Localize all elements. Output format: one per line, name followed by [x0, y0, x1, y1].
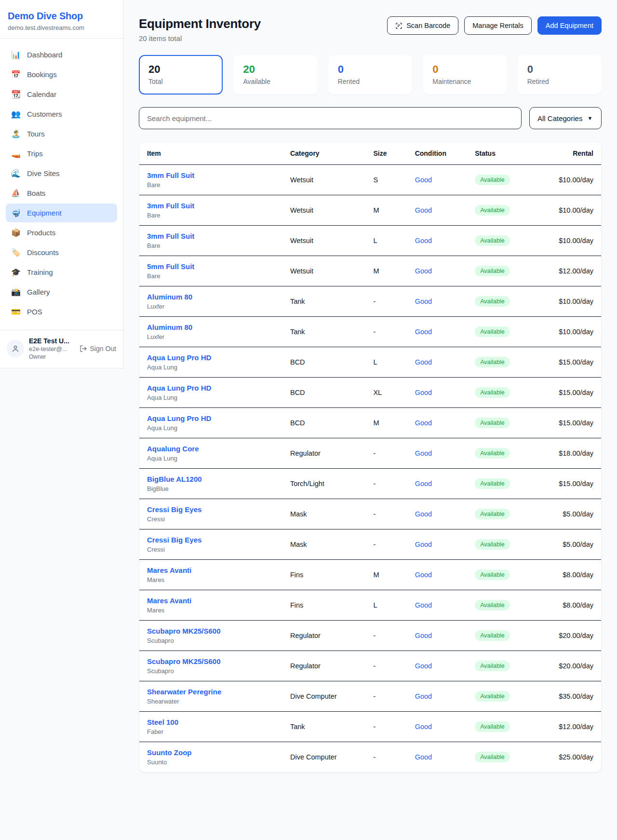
condition-link[interactable]: Good	[415, 662, 432, 670]
sidebar-item-calendar[interactable]: 📆 Calendar	[6, 85, 117, 104]
sidebar-item-boats[interactable]: ⛵ Boats	[6, 184, 117, 203]
condition-link[interactable]: Good	[415, 449, 432, 457]
condition-link[interactable]: Good	[415, 632, 432, 639]
item-link[interactable]: Aqua Lung Pro HD	[147, 384, 275, 392]
item-link[interactable]: Scubapro MK25/S600	[147, 627, 275, 635]
item-link[interactable]: Mares Avanti	[147, 566, 275, 574]
condition-link[interactable]: Good	[415, 237, 432, 244]
category-cell: Regulator	[282, 621, 365, 651]
item-brand: Scubapro	[147, 637, 275, 644]
user-section: E2E Test U... e2e-tester@... Owner Sign …	[0, 330, 123, 368]
condition-link[interactable]: Good	[415, 510, 432, 518]
bookings-icon: 📅	[11, 70, 21, 79]
table-row: Aluminum 80 Luxfer Tank - Good Available…	[139, 317, 601, 347]
size-cell: -	[365, 712, 407, 742]
item-link[interactable]: Aluminum 80	[147, 293, 275, 301]
item-brand: Scubapro	[147, 667, 275, 675]
condition-link[interactable]: Good	[415, 298, 432, 305]
rental-cell: $15.00/day	[541, 469, 601, 499]
rental-cell: $5.00/day	[541, 529, 601, 560]
item-link[interactable]: 5mm Full Suit	[147, 262, 275, 271]
item-link[interactable]: BigBlue AL1200	[147, 475, 275, 483]
condition-link[interactable]: Good	[415, 389, 432, 396]
sidebar-item-dashboard[interactable]: 📊 Dashboard	[6, 45, 117, 64]
item-link[interactable]: Steel 100	[147, 718, 275, 726]
condition-link[interactable]: Good	[415, 328, 432, 336]
item-link[interactable]: Aqualung Core	[147, 445, 275, 453]
item-link[interactable]: 3mm Full Suit	[147, 202, 275, 210]
size-cell: -	[365, 651, 407, 681]
condition-link[interactable]: Good	[415, 571, 432, 579]
sidebar-item-discounts[interactable]: 🏷️ Discounts	[6, 243, 117, 262]
add-equipment-button[interactable]: Add Equipment	[537, 16, 602, 35]
table-row: 5mm Full Suit Bare Wetsuit M Good Availa…	[139, 256, 601, 286]
item-link[interactable]: 3mm Full Suit	[147, 232, 275, 240]
condition-link[interactable]: Good	[415, 480, 432, 488]
condition-link[interactable]: Good	[415, 176, 432, 184]
column-header-status: Status	[467, 142, 541, 165]
size-cell: -	[365, 681, 407, 712]
item-link[interactable]: Cressi Big Eyes	[147, 505, 275, 514]
item-brand: Aqua Lung	[147, 455, 275, 462]
sidebar-item-products[interactable]: 📦 Products	[6, 223, 117, 242]
sidebar-item-label: Tours	[27, 130, 45, 138]
table-row: Mares Avanti Mares Fins L Good Available…	[139, 590, 601, 621]
item-link[interactable]: Mares Avanti	[147, 596, 275, 605]
condition-link[interactable]: Good	[415, 692, 432, 700]
sidebar-item-bookings[interactable]: 📅 Bookings	[6, 65, 117, 84]
stat-card-available[interactable]: 20 Available	[233, 55, 317, 95]
sidebar-item-label: Dive Sites	[27, 169, 60, 177]
category-cell: Torch/Light	[282, 469, 365, 499]
condition-link[interactable]: Good	[415, 267, 432, 275]
sidebar-item-customers[interactable]: 👥 Customers	[6, 105, 117, 123]
item-link[interactable]: Aqua Lung Pro HD	[147, 414, 275, 422]
sidebar-item-training[interactable]: 🎓 Training	[6, 263, 117, 282]
category-cell: Fins	[282, 560, 365, 590]
size-cell: S	[365, 165, 407, 195]
search-input[interactable]	[139, 107, 522, 129]
status-badge: Available	[475, 539, 510, 550]
sidebar-item-label: Gallery	[27, 288, 50, 296]
item-link[interactable]: Scubapro MK25/S600	[147, 657, 275, 665]
item-link[interactable]: Aqua Lung Pro HD	[147, 353, 275, 362]
category-filter-select[interactable]: All Categories ▼	[529, 107, 602, 129]
status-badge: Available	[475, 721, 510, 732]
sidebar-item-tours[interactable]: 🏝️ Tours	[6, 124, 117, 143]
condition-link[interactable]: Good	[415, 358, 432, 366]
condition-link[interactable]: Good	[415, 419, 432, 427]
sidebar-item-equipment[interactable]: 🤿 Equipment	[6, 203, 117, 222]
sidebar-item-trips[interactable]: 🚤 Trips	[6, 144, 117, 163]
condition-link[interactable]: Good	[415, 601, 432, 609]
sidebar-item-pos[interactable]: 💳 POS	[6, 302, 117, 321]
user-name: E2E Test U...	[29, 337, 75, 345]
table-row: Cressi Big Eyes Cressi Mask - Good Avail…	[139, 499, 601, 529]
item-brand: Suunto	[147, 759, 275, 766]
item-brand: Cressi	[147, 546, 275, 553]
sidebar-item-label: Bookings	[27, 70, 57, 79]
stat-card-rented[interactable]: 0 Rented	[328, 55, 412, 95]
condition-link[interactable]: Good	[415, 753, 432, 761]
scan-barcode-button[interactable]: Scan Barcode	[387, 16, 458, 35]
tours-icon: 🏝️	[11, 129, 21, 138]
item-link[interactable]: Suunto Zoop	[147, 748, 275, 757]
rental-cell: $18.00/day	[541, 438, 601, 469]
brand-name[interactable]: Demo Dive Shop	[8, 11, 115, 22]
stat-card-maintenance[interactable]: 0 Maintenance	[423, 55, 507, 95]
item-link[interactable]: 3mm Full Suit	[147, 171, 275, 179]
item-link[interactable]: Aluminum 80	[147, 323, 275, 331]
item-link[interactable]: Cressi Big Eyes	[147, 536, 275, 544]
sidebar-item-gallery[interactable]: 📸 Gallery	[6, 283, 117, 301]
stat-value: 0	[432, 63, 497, 76]
manage-rentals-button[interactable]: Manage Rentals	[464, 16, 532, 35]
sidebar-item-dive-sites[interactable]: 🌊 Dive Sites	[6, 164, 117, 183]
stat-card-retired[interactable]: 0 Retired	[518, 55, 602, 95]
condition-link[interactable]: Good	[415, 206, 432, 214]
item-link[interactable]: Shearwater Peregrine	[147, 688, 275, 696]
category-cell: Regulator	[282, 651, 365, 681]
sign-out-button[interactable]: Sign Out	[80, 345, 116, 352]
sidebar-item-label: Dashboard	[27, 51, 62, 59]
stat-card-total[interactable]: 20 Total	[139, 55, 223, 95]
category-cell: Dive Computer	[282, 742, 365, 772]
condition-link[interactable]: Good	[415, 541, 432, 548]
condition-link[interactable]: Good	[415, 723, 432, 731]
